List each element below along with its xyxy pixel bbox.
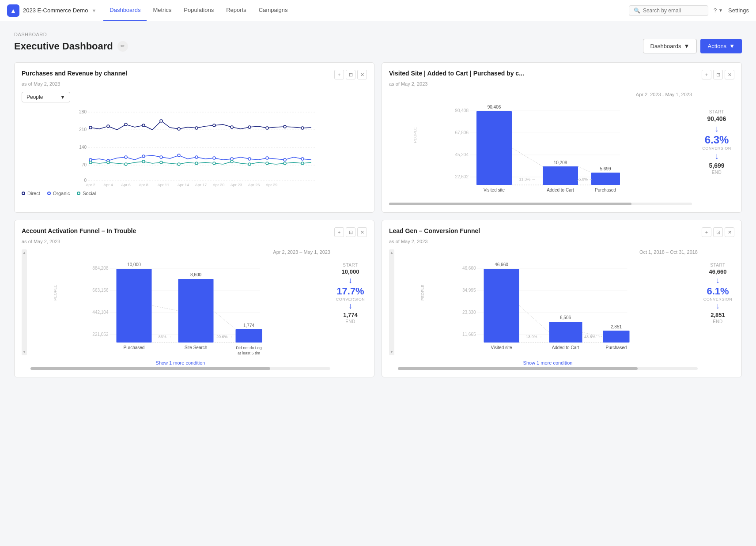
date-range-4: Oct 1, 2018 – Oct 31, 2018 <box>398 249 698 255</box>
svg-text:Apr 6: Apr 6 <box>121 183 131 187</box>
search-icon: 🔍 <box>634 8 640 14</box>
search-box[interactable]: 🔍 <box>629 5 708 16</box>
svg-point-43 <box>213 162 215 165</box>
start-label-4: START <box>701 263 734 267</box>
nav-logo[interactable]: ▲ 2023 E-Commerce Demo ▼ <box>7 4 96 17</box>
date-range-2: Apr 2, 2023 - May 1, 2023 <box>389 92 692 97</box>
vscroll-4[interactable]: ▲ ▼ <box>389 249 394 355</box>
people-dropdown[interactable]: People ▼ <box>22 92 70 102</box>
arrow-down2-2: ↓ <box>699 151 734 161</box>
actions-button[interactable]: Actions ▼ <box>700 39 742 53</box>
legend-social: Social <box>77 191 96 196</box>
svg-rect-93 <box>117 269 152 343</box>
funnel-layout-4: ▲ ▼ Oct 1, 2018 – Oct 31, 2018 46,660 34… <box>389 249 734 370</box>
svg-rect-69 <box>476 111 512 185</box>
dashboards-button[interactable]: Dashboards ▼ <box>643 39 697 53</box>
card-header-1: Purchases and Revenue by channel + ⊡ ✕ <box>22 70 367 79</box>
purchases-revenue-card: Purchases and Revenue by channel + ⊡ ✕ a… <box>14 62 374 213</box>
add-icon-3[interactable]: + <box>334 227 344 237</box>
nav-dashboards[interactable]: Dashboards <box>103 0 147 21</box>
delete-icon-2[interactable]: ✕ <box>725 70 734 79</box>
scrollbar-3[interactable] <box>30 367 330 370</box>
visited-site-card: Visited Site | Added to Cart | Purchased… <box>382 62 742 213</box>
funnel-svg-2: 90,408 67,806 45,204 22,602 PEOPLE <box>389 99 692 200</box>
date-range-3: Apr 2, 2023 – May 1, 2023 <box>30 249 330 255</box>
card-icons-4: + ⊡ ✕ <box>702 227 734 237</box>
svg-text:Apr 17: Apr 17 <box>195 183 207 187</box>
social-dot <box>77 192 80 195</box>
vscroll-up-3[interactable]: ▲ <box>23 251 26 255</box>
card-title-4: Lead Gen – Conversion Funnel <box>389 227 480 234</box>
conversion-label-3: CONVERSION <box>334 297 367 301</box>
vscroll-up-4[interactable]: ▲ <box>390 251 393 255</box>
card-header-3: Account Activation Funnel – In Trouble +… <box>22 227 367 237</box>
svg-text:Visited site: Visited site <box>491 345 512 350</box>
save-icon-4[interactable]: ⊡ <box>713 227 723 237</box>
brand-name: 2023 E-Commerce Demo <box>23 7 88 14</box>
search-input[interactable] <box>643 8 703 14</box>
svg-point-34 <box>284 158 286 161</box>
svg-text:11.3% →: 11.3% → <box>519 177 535 181</box>
nav-campaigns[interactable]: Campaigns <box>253 0 294 21</box>
vscroll-down-4[interactable]: ▼ <box>390 350 393 354</box>
svg-text:10,000: 10,000 <box>127 262 141 267</box>
svg-text:884,208: 884,208 <box>92 266 109 271</box>
svg-point-30 <box>213 157 215 159</box>
svg-point-11 <box>107 125 110 128</box>
svg-point-27 <box>160 156 163 158</box>
nav-metrics[interactable]: Metrics <box>147 0 178 21</box>
svg-text:20.6% →: 20.6% → <box>216 335 233 339</box>
funnel-layout-2: Apr 2, 2023 - May 1, 2023 90,408 67,806 … <box>389 92 734 205</box>
svg-point-20 <box>266 127 268 129</box>
vscroll-3[interactable]: ▲ ▼ <box>22 249 27 355</box>
save-icon-3[interactable]: ⊡ <box>346 227 355 237</box>
help-chevron: ▼ <box>718 8 723 13</box>
svg-text:0: 0 <box>84 178 87 183</box>
social-label: Social <box>83 191 96 196</box>
add-icon-4[interactable]: + <box>702 227 711 237</box>
svg-text:2,851: 2,851 <box>611 324 622 329</box>
dropdown-label: People <box>26 94 43 100</box>
nav-populations[interactable]: Populations <box>178 0 220 21</box>
save-icon-2[interactable]: ⊡ <box>713 70 723 79</box>
nav-reports[interactable]: Reports <box>220 0 253 21</box>
svg-point-17 <box>213 124 215 127</box>
svg-text:Apr 14: Apr 14 <box>178 183 189 187</box>
delete-icon-3[interactable]: ✕ <box>357 227 367 237</box>
svg-text:442,104: 442,104 <box>92 310 109 315</box>
svg-text:Apr 2: Apr 2 <box>86 183 95 187</box>
arrow-down2-3: ↓ <box>334 301 367 311</box>
svg-point-38 <box>125 163 127 166</box>
show-more-4[interactable]: Show 1 more condition <box>398 360 698 365</box>
help-icon: ? <box>714 7 717 14</box>
funnel-bars-4: Oct 1, 2018 – Oct 31, 2018 46,660 34,995… <box>398 249 698 370</box>
help-button[interactable]: ? ▼ <box>714 7 723 14</box>
direct-label: Direct <box>27 191 40 196</box>
show-more-3[interactable]: Show 1 more condition <box>30 360 330 365</box>
end-value-2: 5,699 <box>699 162 734 169</box>
svg-point-42 <box>195 162 198 165</box>
add-icon-1[interactable]: + <box>334 70 344 79</box>
scrollbar-4[interactable] <box>398 367 698 370</box>
svg-text:PEOPLE: PEOPLE <box>53 285 57 301</box>
delete-icon-1[interactable]: ✕ <box>357 70 367 79</box>
card-header-4: Lead Gen – Conversion Funnel + ⊡ ✕ <box>389 227 734 237</box>
delete-icon-4[interactable]: ✕ <box>725 227 734 237</box>
svg-rect-70 <box>543 166 578 185</box>
page-header: Executive Dashboard ✏ Dashboards ▼ Actio… <box>14 39 742 53</box>
add-icon-2[interactable]: + <box>702 70 711 79</box>
save-icon-1[interactable]: ⊡ <box>346 70 355 79</box>
vscroll-down-3[interactable]: ▼ <box>23 350 26 354</box>
svg-point-33 <box>266 157 268 159</box>
settings-link[interactable]: Settings <box>728 7 749 14</box>
page-title: Executive Dashboard <box>14 41 113 52</box>
svg-text:23,330: 23,330 <box>462 310 476 315</box>
start-label-3: START <box>334 263 367 267</box>
dropdown-chevron: ▼ <box>60 94 65 100</box>
svg-point-12 <box>125 123 127 126</box>
start-value-2: 90,406 <box>699 115 734 122</box>
conversion-pct-4: 6.1% <box>701 286 734 297</box>
svg-text:46,660: 46,660 <box>495 262 508 267</box>
scrollbar-2[interactable] <box>389 203 692 205</box>
edit-icon[interactable]: ✏ <box>117 41 128 52</box>
